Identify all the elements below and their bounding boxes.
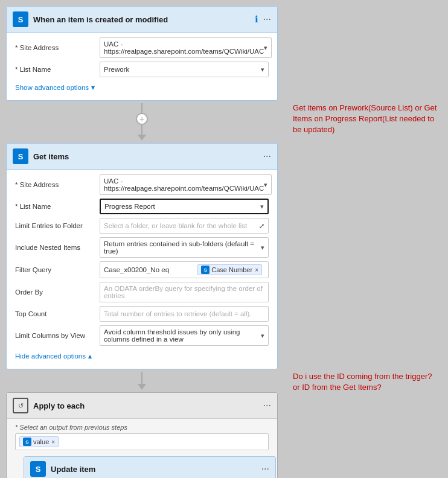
token-close-icon[interactable]: × xyxy=(255,267,258,273)
get-items-nested-label: Include Nested Items xyxy=(15,244,100,251)
hide-advanced-link[interactable]: Hide advanced options ▴ xyxy=(15,349,269,364)
get-items-site-value[interactable]: UAC - https://realpage.sharepoint.com/te… xyxy=(100,174,272,195)
get-items-nested-row: Include Nested Items Return entries cont… xyxy=(15,237,269,258)
apply-each-menu-icon[interactable]: ··· xyxy=(263,400,271,411)
get-items-nested-chevron: ▾ xyxy=(261,244,264,252)
trigger-card-header: S When an item is created or modified ℹ … xyxy=(7,7,277,33)
hide-advanced-chevron: ▴ xyxy=(88,352,92,360)
get-items-card: S Get items ··· * Site Address UAC - htt… xyxy=(6,143,278,369)
apply-each-header: ↺ Apply to each ··· xyxy=(7,393,277,419)
get-items-order-row: Order By An ODATA orderBy query for spec… xyxy=(15,282,269,302)
get-items-columns-chevron: ▾ xyxy=(261,332,264,340)
get-items-folder-label: Limit Entries to Folder xyxy=(15,222,100,229)
get-items-columns-value[interactable]: Avoid column threshold issues by only us… xyxy=(100,325,269,346)
annotation-2: Do i use the ID coming from the trigger?… xyxy=(293,371,441,393)
update-item-header: S Update item ··· xyxy=(24,457,275,478)
value-token[interactable]: S value × xyxy=(19,436,59,447)
get-items-list-label: * List Name xyxy=(15,203,100,210)
add-step-button[interactable]: + xyxy=(136,113,148,125)
get-items-header: S Get items ··· xyxy=(7,144,277,170)
filter-case-number-token[interactable]: S Case Number × xyxy=(197,264,262,275)
select-output-label: * Select an output from previous steps xyxy=(15,424,269,431)
get-items-top-label: Top Count xyxy=(15,310,100,317)
get-items-icon: S xyxy=(13,148,28,164)
get-items-columns-label: Limit Columns by View xyxy=(15,332,100,339)
show-advanced-chevron: ▾ xyxy=(91,83,95,92)
trigger-list-value[interactable]: Prework ▾ xyxy=(100,62,269,77)
apply-each-title: Apply to each xyxy=(33,401,258,410)
get-items-list-value[interactable]: Progress Report ▾ xyxy=(100,199,269,214)
get-items-folder-value[interactable]: Select a folder, or leave blank for the … xyxy=(100,218,269,234)
get-items-menu-icon[interactable]: ··· xyxy=(263,151,271,162)
get-items-top-row: Top Count Total number of entries to ret… xyxy=(15,306,269,322)
update-item-menu-icon[interactable]: ··· xyxy=(261,464,269,474)
get-items-order-value[interactable]: An ODATA orderBy query for specifying th… xyxy=(100,282,269,302)
trigger-site-value[interactable]: UAC - https://realpage.sharepoint.com/te… xyxy=(100,37,272,58)
trigger-site-row: * Site Address UAC - https://realpage.sh… xyxy=(15,37,269,58)
annotation-1: Get items on Prework(Source List) or Get… xyxy=(293,103,441,136)
get-items-filter-value[interactable]: Case_x00200_No eq S Case Number × xyxy=(100,261,269,278)
get-items-folder-row: Limit Entries to Folder Select a folder,… xyxy=(15,218,269,234)
connector-1: + xyxy=(136,103,148,141)
annotation-area: Get items on Prework(Source List) or Get… xyxy=(287,0,447,411)
update-item-title: Update item xyxy=(51,465,257,474)
trigger-info-icon[interactable]: ℹ xyxy=(255,14,258,25)
trigger-site-label: * Site Address xyxy=(15,44,100,51)
trigger-list-chevron: ▾ xyxy=(261,66,264,74)
get-items-top-value[interactable]: Total number of entries to retrieve (def… xyxy=(100,306,269,322)
get-items-list-row: * List Name Progress Report ▾ xyxy=(15,199,269,214)
get-items-columns-row: Limit Columns by View Avoid column thres… xyxy=(15,325,269,346)
trigger-title: When an item is created or modified xyxy=(33,15,251,24)
expand-icon: ⤢ xyxy=(259,222,264,230)
trigger-card: S When an item is created or modified ℹ … xyxy=(6,6,278,101)
get-items-order-label: Order By xyxy=(15,288,100,296)
apply-each-card: ↺ Apply to each ··· * Select an output f… xyxy=(6,392,278,478)
value-token-icon: S xyxy=(23,438,31,446)
update-item-icon: S xyxy=(30,461,46,477)
get-items-site-row: * Site Address UAC - https://realpage.sh… xyxy=(15,174,269,195)
get-items-title: Get items xyxy=(33,152,258,161)
trigger-site-chevron: ▾ xyxy=(264,44,267,52)
get-items-list-chevron: ▾ xyxy=(260,203,264,211)
apply-each-body: * Select an output from previous steps S… xyxy=(7,419,277,478)
trigger-menu-icon[interactable]: ··· xyxy=(263,14,271,25)
connector-2 xyxy=(138,372,146,390)
trigger-body: * Site Address UAC - https://realpage.sh… xyxy=(7,33,277,100)
apply-each-icon: ↺ xyxy=(13,398,28,413)
get-items-nested-value[interactable]: Return entries contained in sub-folders … xyxy=(100,237,269,258)
trigger-icon: S xyxy=(13,11,28,27)
get-items-body: * Site Address UAC - https://realpage.sh… xyxy=(7,170,277,369)
token-icon: S xyxy=(201,266,210,274)
value-token-close[interactable]: × xyxy=(51,439,55,445)
trigger-list-row: * List Name Prework ▾ xyxy=(15,62,269,77)
update-item-card: S Update item ··· * Site Address UAC - h… xyxy=(24,456,276,478)
get-items-site-chevron: ▾ xyxy=(264,181,267,189)
value-box[interactable]: S value × xyxy=(15,433,269,450)
get-items-site-label: * Site Address xyxy=(15,181,100,188)
trigger-list-label: * List Name xyxy=(15,66,100,73)
get-items-filter-label: Filter Query xyxy=(15,266,100,273)
get-items-filter-row: Filter Query Case_x00200_No eq S Case Nu… xyxy=(15,261,269,278)
show-advanced-link[interactable]: Show advanced options ▾ xyxy=(15,81,269,95)
